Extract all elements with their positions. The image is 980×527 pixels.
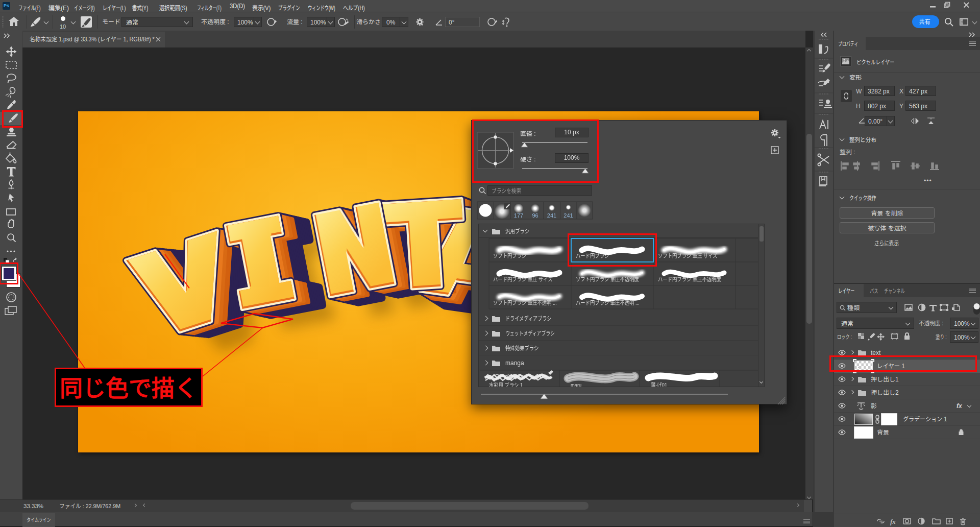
svg-text:fx: fx	[890, 518, 896, 525]
